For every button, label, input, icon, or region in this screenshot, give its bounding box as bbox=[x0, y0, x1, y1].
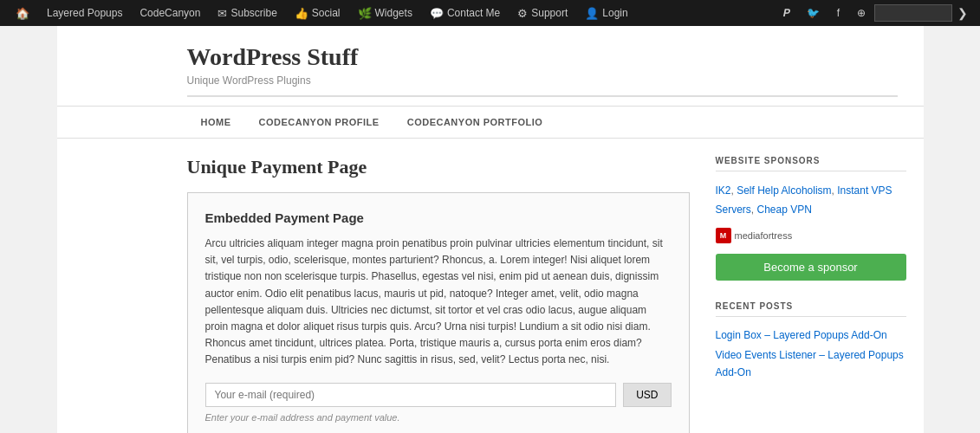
support-label: Support bbox=[531, 7, 568, 19]
pinterest-icon: 𝙋 bbox=[782, 6, 789, 20]
login-label: Login bbox=[602, 7, 627, 19]
home-menu-item[interactable]: HOME bbox=[187, 107, 245, 138]
widgets-icon: 🌿 bbox=[358, 7, 372, 20]
email-input[interactable] bbox=[205, 383, 617, 407]
contact-icon: 💬 bbox=[430, 7, 444, 20]
codecanyon-nav-item[interactable]: CodeCanyon bbox=[131, 0, 209, 26]
nav-arrow-icon[interactable]: ❯ bbox=[952, 6, 973, 20]
subscribe-icon: ✉ bbox=[217, 7, 227, 20]
contact-label: Contact Me bbox=[447, 7, 500, 19]
sidebar: WEBSITE SPONSORS IK2, Self Help Alcoholi… bbox=[716, 156, 906, 433]
login-icon: 👤 bbox=[585, 7, 599, 20]
payment-text: Arcu ultricies aliquam integer magna pro… bbox=[205, 236, 672, 369]
support-nav-item[interactable]: ⚙ Support bbox=[509, 0, 576, 26]
ik2-link[interactable]: IK2 bbox=[716, 184, 731, 197]
subscribe-label: Subscribe bbox=[230, 7, 276, 19]
login-nav-item[interactable]: 👤 Login bbox=[576, 0, 636, 26]
mediafortress-logo: M mediafortress bbox=[716, 228, 793, 243]
facebook-icon: f bbox=[837, 7, 840, 19]
facebook-nav-item[interactable]: f bbox=[828, 0, 848, 26]
recent-posts-title: RECENT POSTS bbox=[716, 301, 906, 317]
payment-box: Embedded Payment Page Arcu ultricies ali… bbox=[187, 192, 690, 433]
sponsors-section: WEBSITE SPONSORS IK2, Self Help Alcoholi… bbox=[716, 156, 906, 281]
twitter-nav-item[interactable]: 🐦 bbox=[798, 0, 828, 26]
cheap-vpn-link[interactable]: Cheap VPN bbox=[757, 204, 812, 216]
search-input[interactable] bbox=[874, 4, 952, 22]
mf-icon: M bbox=[716, 228, 731, 243]
codecanyon-profile-menu-item[interactable]: CODECANYON PROFILE bbox=[245, 107, 393, 138]
support-icon: ⚙ bbox=[517, 7, 528, 20]
layered-popups-nav-item[interactable]: Layered Popups bbox=[38, 0, 131, 26]
sponsor-links: IK2, Self Help Alcoholism, Instant VPS S… bbox=[716, 182, 906, 219]
site-header: WordPress Stuff Unique WordPress Plugins bbox=[57, 26, 924, 107]
sponsors-title: WEBSITE SPONSORS bbox=[716, 156, 906, 171]
site-tagline: Unique WordPress Plugins bbox=[187, 74, 898, 97]
home-icon: 🏠 bbox=[16, 7, 29, 20]
payment-box-title: Embedded Payment Page bbox=[205, 210, 672, 225]
main-content: Unique Payment Page Embedded Payment Pag… bbox=[187, 156, 690, 433]
usd-button[interactable]: USD bbox=[623, 383, 671, 407]
subscribe-nav-item[interactable]: ✉ Subscribe bbox=[209, 0, 285, 26]
main-navigation: HOME CODECANYON PROFILE CODECANYON PORTF… bbox=[57, 107, 924, 139]
pinterest-nav-item[interactable]: 𝙋 bbox=[774, 0, 798, 26]
social-nav-item[interactable]: 👍 Social bbox=[286, 0, 349, 26]
social-label: Social bbox=[312, 7, 341, 19]
codecanyon-label: CodeCanyon bbox=[140, 7, 200, 19]
email-row: USD bbox=[205, 383, 672, 407]
content-area: Unique Payment Page Embedded Payment Pag… bbox=[57, 139, 924, 433]
home-nav-item[interactable]: 🏠 bbox=[7, 0, 38, 26]
recent-posts-section: RECENT POSTS Login Box – Layered Popups … bbox=[716, 301, 906, 381]
rss-icon: ⊕ bbox=[857, 7, 866, 19]
rss-nav-item[interactable]: ⊕ bbox=[848, 0, 874, 26]
social-icon: 👍 bbox=[295, 7, 308, 20]
widgets-label: Widgets bbox=[375, 7, 412, 19]
recent-post-2[interactable]: Video Events Listener – Layered Popups A… bbox=[716, 347, 906, 380]
mediafortress-logo-container: M mediafortress bbox=[716, 228, 906, 243]
email-hint: Enter your e-mail address and payment va… bbox=[205, 412, 672, 423]
twitter-icon: 🐦 bbox=[807, 7, 820, 19]
become-sponsor-button[interactable]: Become a sponsor bbox=[716, 254, 906, 281]
self-help-link[interactable]: Self Help Alcoholism bbox=[737, 184, 831, 197]
site-title: WordPress Stuff bbox=[187, 43, 898, 71]
site-wrapper: WordPress Stuff Unique WordPress Plugins… bbox=[57, 26, 924, 433]
recent-post-1[interactable]: Login Box – Layered Popups Add-On bbox=[716, 327, 906, 344]
layered-popups-label: Layered Popups bbox=[47, 7, 122, 19]
contact-nav-item[interactable]: 💬 Contact Me bbox=[421, 0, 509, 26]
widgets-nav-item[interactable]: 🌿 Widgets bbox=[349, 0, 421, 26]
mf-text: mediafortress bbox=[735, 230, 793, 241]
codecanyon-portfolio-menu-item[interactable]: CODECANYON PORTFOLIO bbox=[393, 107, 557, 138]
page-title: Unique Payment Page bbox=[187, 156, 690, 178]
top-navigation: 🏠 Layered Popups CodeCanyon ✉ Subscribe … bbox=[0, 0, 980, 26]
